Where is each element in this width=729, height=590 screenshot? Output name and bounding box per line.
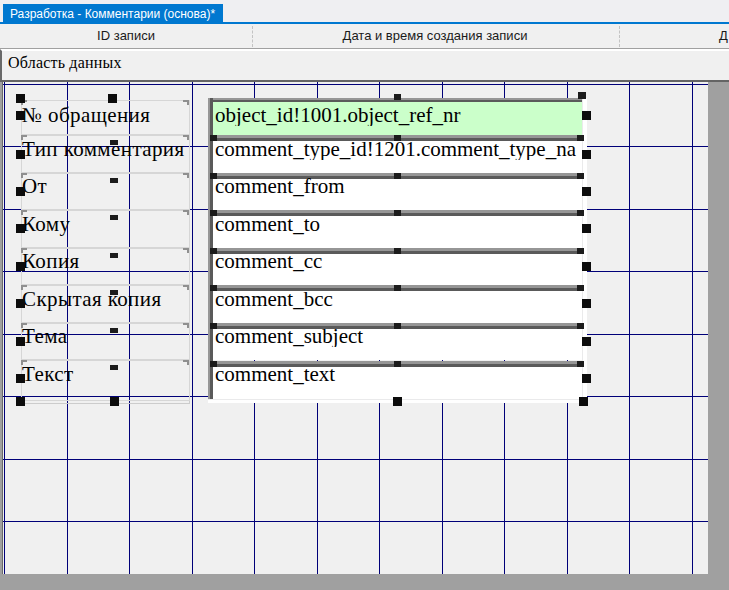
field-tick-mid-3 — [394, 210, 401, 216]
design-canvas[interactable]: № обращенияТип комментарияОтКомуКопияСкр… — [0, 82, 708, 574]
labels-handle-top-mid[interactable] — [108, 94, 117, 103]
column-header-created-datetime[interactable]: Дата и время создания записи — [335, 28, 535, 44]
label-handle-left-2[interactable] — [16, 187, 25, 196]
label-handle-left-1[interactable] — [16, 150, 25, 159]
field-tick-left-7 — [210, 361, 217, 367]
field-tick-left-6 — [210, 323, 217, 329]
field-tick-top-right-0 — [578, 92, 586, 99]
labels-handle-top-left[interactable] — [16, 94, 25, 103]
fields-handle-bottom-mid[interactable] — [393, 397, 402, 406]
label-tick-mid-5 — [110, 290, 118, 295]
field-handle-right-0[interactable] — [582, 111, 591, 120]
grid-vline-3 — [192, 82, 193, 574]
column-header-clipped[interactable]: Д — [719, 28, 729, 44]
field-label-7: Текст — [22, 364, 74, 385]
field-handle-right-2[interactable] — [582, 187, 591, 196]
label-handle-left-0[interactable] — [16, 111, 25, 120]
canvas-right-margin — [708, 82, 729, 574]
field-value-3: comment_to — [215, 214, 581, 235]
field-label-6: Тема — [22, 326, 67, 347]
label-corner-tr-0 — [183, 100, 189, 105]
field-tick-left-2 — [210, 173, 217, 179]
window-tab-title: Разработка - Комментарии (основа)* — [10, 7, 215, 21]
label-corner-tr-3 — [183, 210, 189, 215]
label-corner-tr-5 — [183, 285, 189, 290]
label-corner-tr-6 — [183, 323, 189, 328]
label-tick-mid-3 — [110, 215, 118, 220]
label-handle-left-6[interactable] — [16, 337, 25, 346]
field-value-5: comment_bcc — [215, 289, 581, 310]
field-tick-right-7 — [577, 361, 584, 367]
bottom-scrollbar-area — [0, 574, 729, 590]
label-handle-left-7[interactable] — [16, 374, 25, 383]
label-tick-mid-2 — [110, 178, 118, 183]
column-header-band: ID записи Дата и время создания записи Д — [0, 24, 729, 48]
column-separator-1 — [252, 26, 253, 47]
field-label-2: От — [22, 176, 47, 197]
field-tick-right-2 — [577, 173, 584, 179]
field-value-6: comment_subject — [215, 326, 581, 347]
field-tick-left-1 — [210, 135, 217, 141]
field-tick-left-5 — [210, 285, 217, 291]
label-corner-tr-4 — [183, 248, 189, 253]
column-separator-2 — [619, 26, 620, 47]
grid-vline-11 — [692, 82, 693, 574]
field-tick-left-3 — [210, 210, 217, 216]
label-tick-mid-7 — [110, 365, 118, 370]
field-label-4: Копия — [22, 251, 80, 272]
grid-hline-6 — [3, 459, 708, 460]
field-tick-mid-2 — [394, 173, 401, 179]
field-tick-left-4 — [210, 248, 217, 254]
field-tick-right-4 — [577, 248, 584, 254]
field-tick-mid-5 — [394, 285, 401, 291]
label-corner-tr-2 — [183, 173, 189, 178]
label-tick-mid-4 — [110, 253, 118, 258]
field-handle-right-1[interactable] — [582, 150, 591, 159]
labels-handle-bottom-left[interactable] — [16, 397, 25, 406]
field-tick-right-6 — [577, 323, 584, 329]
grid-hline-0 — [3, 84, 708, 85]
fields-handle-bottom-right[interactable] — [579, 397, 588, 406]
label-handle-left-4[interactable] — [16, 262, 25, 271]
column-header-record-id[interactable]: ID записи — [46, 28, 206, 44]
grid-hline-7 — [3, 521, 708, 522]
field-label-1: Тип комментария — [22, 139, 185, 160]
field-handle-right-6[interactable] — [582, 337, 591, 346]
field-tick-mid-7 — [394, 361, 401, 367]
window-tab[interactable]: Разработка - Комментарии (основа)* — [3, 4, 223, 24]
canvas-left-border-inner — [2, 82, 3, 574]
data-area-title: Область данных — [8, 55, 122, 71]
field-tick-right-5 — [577, 285, 584, 291]
field-label-5: Скрытая копия — [22, 289, 161, 310]
field-value-2: comment_from — [215, 176, 581, 197]
field-handle-right-5[interactable] — [582, 299, 591, 308]
labels-handle-bottom-mid[interactable] — [110, 397, 119, 406]
label-tick-mid-6 — [110, 328, 118, 333]
label-tick-mid-1 — [110, 140, 118, 145]
field-tick-right-1 — [577, 135, 584, 141]
field-tick-top-mid-0 — [394, 94, 401, 100]
field-value-7: comment_text — [215, 364, 581, 385]
field-handle-right-4[interactable] — [582, 262, 591, 271]
label-corner-tr-7 — [183, 360, 189, 365]
grid-vline-10 — [629, 82, 630, 574]
field-tick-mid-1 — [394, 135, 401, 141]
field-value-4: comment_cc — [215, 251, 581, 272]
field-tick-mid-6 — [394, 323, 401, 329]
field-tick-right-3 — [577, 210, 584, 216]
form-designer-window: Разработка - Комментарии (основа)* ID за… — [0, 0, 729, 590]
field-label-3: Кому — [22, 214, 70, 235]
field-value-1: comment_type_id!1201.comment_type_na — [215, 139, 581, 160]
label-handle-left-3[interactable] — [16, 224, 25, 233]
field-handle-right-3[interactable] — [582, 224, 591, 233]
field-tick-mid-4 — [394, 248, 401, 254]
field-value-0: object_id!1001.object_ref_nr — [215, 105, 581, 126]
label-handle-left-5[interactable] — [16, 299, 25, 308]
grid-vline-0 — [4, 82, 5, 574]
field-label-0: № обращения — [22, 105, 150, 126]
field-handle-right-7[interactable] — [582, 374, 591, 383]
